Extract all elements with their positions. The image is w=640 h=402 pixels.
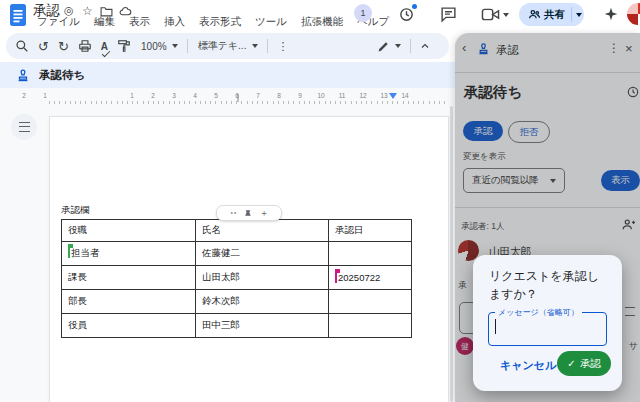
table-add-icon[interactable]: ＋ [260,209,269,218]
ruler-number: 7 [256,92,260,99]
zoom-caret[interactable] [172,44,178,48]
style-caret[interactable] [252,44,258,48]
document-scrollbar[interactable] [450,106,453,402]
menu-item-6[interactable]: 拡張機能 [294,14,350,28]
ruler-number: 12 [359,92,366,99]
table-cell[interactable]: 担当者 [62,242,196,266]
dialog-title: リクエストを承認しますか？ [489,267,609,303]
paragraph-style-select[interactable]: 標準テキ... [198,39,247,53]
toolbar: ↺ ↻ A 100% 標準テキ... ⋮ [6,33,449,59]
table-cell[interactable]: 20250722 [329,266,412,290]
share-divider [571,7,572,22]
ruler-number: 9 [298,92,302,99]
approval-side-panel: ‹ 承認 ⋮ × 承認待ち 承認 拒否 変更を表示 直近の閲覧以降 表示 承認者… [455,33,640,402]
message-input-label: メッセージ（省略可） [495,307,582,318]
ruler-number: 4 [193,92,197,99]
check-icon: ✓ [567,358,575,369]
ruler-number: 13 [380,92,387,99]
dialog-cancel-button[interactable]: キャンセル [500,358,556,373]
menu-item-1[interactable]: 編集 [87,14,122,28]
collaborator-cursor-green [68,247,70,258]
table-row: 担当者佐藤健二 [62,242,412,266]
ruler-number: 5 [214,92,218,99]
titlebar: 承認 ◎ ☆ ファイル編集表示挿入表示形式ツール拡張機能ヘルプ 1 共有 [0,0,640,30]
approval-banner-text: 承認待ち [39,68,85,83]
message-input[interactable]: メッセージ（省略可） [488,312,607,346]
table-floating-toolbar[interactable]: ＋ [216,205,282,221]
toolbar-more-icon[interactable]: ⋮ [277,40,288,53]
notification-badge[interactable]: 1 [354,4,372,22]
table-cell[interactable]: 山田太郎 [196,266,329,290]
menu-item-0[interactable]: ファイル [30,14,87,28]
google-docs-logo-icon[interactable] [9,3,27,27]
editing-mode-pencil-icon[interactable] [377,40,390,53]
zoom-select[interactable]: 100% [141,41,167,52]
paint-format-icon[interactable] [117,39,131,53]
redo-icon[interactable]: ↻ [58,40,69,53]
ruler-number: 3 [172,92,176,99]
table-cell[interactable] [329,290,412,314]
table-pin-icon[interactable] [244,209,253,218]
table-cell[interactable]: 課長 [62,266,196,290]
document-area: 211234567891011121314 承認欄 役職氏名承認日担当者佐藤健二… [0,88,455,402]
table-row: 部長鈴木次郎 [62,290,412,314]
show-outline-button[interactable] [11,114,37,140]
ruler-number: 11 [339,92,346,99]
user-avatar[interactable] [627,3,640,25]
dialog-approve-label: 承認 [580,357,601,371]
outline-list-icon [19,122,30,132]
collaborator-cursor-magenta [335,272,337,283]
editing-mode-caret[interactable] [395,44,401,48]
meet-video-icon[interactable] [481,6,500,23]
toolbar-separator-3 [410,39,411,53]
search-menus-icon[interactable] [15,39,29,53]
table-caption[interactable]: 承認欄 [61,204,90,217]
table-drag-handle-icon[interactable] [230,211,237,216]
dialog-approve-button[interactable]: ✓ 承認 [557,351,611,376]
table-header-cell[interactable]: 承認日 [329,220,412,242]
menu-item-4[interactable]: 表示形式 [192,14,248,28]
approve-request-dialog: リクエストを承認しますか？ メッセージ（省略可） キャンセル ✓ 承認 [473,255,622,391]
menu-item-2[interactable]: 表示 [122,14,157,28]
table-cell[interactable]: 役員 [62,314,196,338]
table-cell[interactable]: 田中三郎 [196,314,329,338]
text-caret [495,319,496,334]
undo-icon[interactable]: ↺ [38,40,49,53]
table-cell[interactable]: 鈴木次郎 [196,290,329,314]
toolbar-separator-2 [267,39,268,53]
version-history-icon[interactable] [398,6,415,23]
table-cell[interactable]: 部長 [62,290,196,314]
ruler-number: 6 [235,92,239,99]
approval-table[interactable]: 役職氏名承認日担当者佐藤健二課長山田太郎20250722部長鈴木次郎役員田中三郎 [61,219,412,338]
hide-menus-chevron-icon[interactable] [419,40,431,52]
menu-item-3[interactable]: 挿入 [157,14,192,28]
table-row: 課長山田太郎20250722 [62,266,412,290]
share-button[interactable]: 共有 [519,3,584,26]
menu-bar: ファイル編集表示挿入表示形式ツール拡張機能ヘルプ [30,14,396,28]
comments-icon[interactable] [440,6,457,23]
share-people-icon [528,8,541,21]
ruler-number: 8 [277,92,281,99]
meet-dropdown-caret[interactable] [503,13,509,17]
table-header-cell[interactable]: 役職 [62,220,196,242]
table-cell[interactable]: 佐藤健二 [196,242,329,266]
ruler-number: 2 [22,92,26,99]
share-dropdown-caret[interactable] [576,13,582,17]
print-icon[interactable] [78,39,92,53]
spellcheck-icon[interactable]: A [101,41,108,52]
ruler[interactable]: 211234567891011121314 [49,92,448,104]
ruler-indent-marker[interactable] [389,93,397,99]
table-cell[interactable] [329,242,412,266]
approval-banner: 承認待ち [0,62,455,88]
table-header-cell[interactable]: 氏名 [196,220,329,242]
ruler-number: 1 [130,92,134,99]
table-cell[interactable] [329,314,412,338]
ruler-number: 10 [317,92,324,99]
menu-item-5[interactable]: ツール [248,14,294,28]
ruler-number: 2 [151,92,155,99]
ruler-number: 14 [401,92,408,99]
toolbar-separator [187,39,188,53]
approval-stamp-icon [16,68,30,82]
gemini-sparkle-icon[interactable] [603,6,619,22]
table-row: 役員田中三郎 [62,314,412,338]
